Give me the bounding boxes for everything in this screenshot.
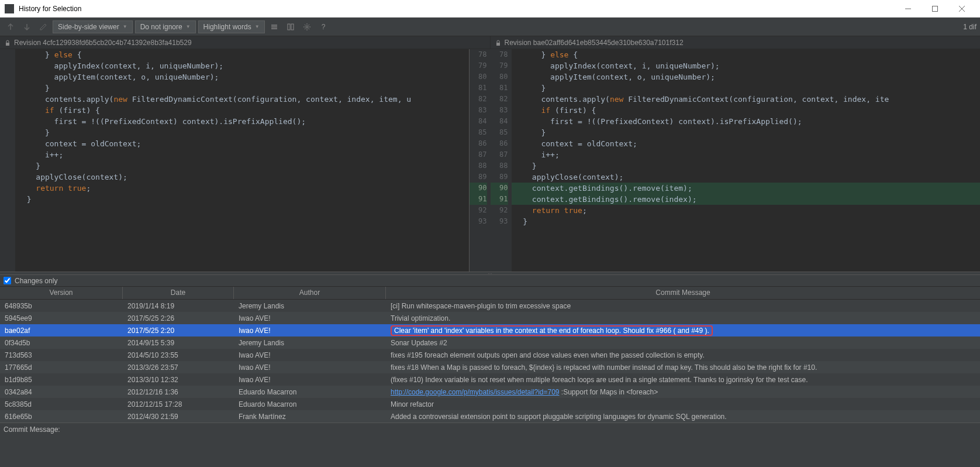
table-row[interactable]: 0f34d5b2014/9/15 5:39Jeremy LandisSonar … xyxy=(0,336,980,349)
cell-commit-message: (fixes #10) Index variable is not reset … xyxy=(386,376,980,384)
code-line[interactable]: } xyxy=(15,127,469,138)
code-line[interactable]: applyClose(context); xyxy=(15,171,469,183)
table-row[interactable]: 5c8385d2012/12/15 17:28Eduardo MacarronM… xyxy=(0,398,980,410)
cell-date: 2012/12/16 1:36 xyxy=(123,388,234,396)
viewer-mode-label: Side-by-side viewer xyxy=(58,23,119,31)
prev-diff-button[interactable] xyxy=(4,20,18,34)
code-line[interactable]: context.getBindings().remove(item); xyxy=(512,183,981,194)
code-line[interactable]: context.getBindings().remove(index); xyxy=(512,194,981,205)
changes-only-checkbox[interactable] xyxy=(4,277,11,284)
commit-link[interactable]: http://code.google.com/p/mybatis/issues/… xyxy=(391,388,560,396)
next-diff-button[interactable] xyxy=(20,20,34,34)
cell-date: 2014/9/15 5:39 xyxy=(123,339,234,347)
lock-icon xyxy=(495,40,501,46)
commit-table-header: Version Date Author Commit Message xyxy=(0,287,980,300)
code-line[interactable]: first = !((PrefixedContext) context).isP… xyxy=(512,116,981,127)
edit-diff-button[interactable] xyxy=(36,20,50,34)
svg-rect-1 xyxy=(933,6,938,11)
highlight-mode-dropdown[interactable]: Highlight words ▼ xyxy=(198,20,265,33)
cell-date: 2012/4/30 21:59 xyxy=(123,413,234,421)
code-line[interactable]: return true; xyxy=(15,183,469,194)
cell-version: 0342a84 xyxy=(0,388,123,396)
cell-date: 2014/5/10 23:55 xyxy=(123,351,234,359)
code-line[interactable]: return true; xyxy=(512,205,981,216)
code-line[interactable]: } xyxy=(15,160,469,171)
help-button[interactable]: ? xyxy=(316,20,330,34)
minimize-button[interactable] xyxy=(895,0,922,18)
cell-version: b1d9b85 xyxy=(0,376,123,384)
diff-toolbar: Side-by-side viewer ▼ Do not ignore ▼ Hi… xyxy=(0,18,980,36)
right-code[interactable]: } else { applyIndex(context, i, uniqueNu… xyxy=(512,49,981,272)
code-line[interactable]: first = !((PrefixedContext) context).isP… xyxy=(15,116,469,127)
chevron-down-icon: ▼ xyxy=(123,24,127,29)
col-date[interactable]: Date xyxy=(123,287,234,299)
ignore-mode-label: Do not ignore xyxy=(140,23,182,31)
diff-right-pane[interactable]: } else { applyIndex(context, i, uniqueNu… xyxy=(512,49,981,272)
svg-text:?: ? xyxy=(321,23,325,31)
code-line[interactable]: } xyxy=(512,83,981,94)
cell-version: 648935b xyxy=(0,302,123,310)
table-row[interactable]: 0342a842012/12/16 1:36Eduardo Macarronht… xyxy=(0,386,980,398)
line-numbers-right: 78798081828384858687888990919293 xyxy=(491,49,512,272)
col-version[interactable]: Version xyxy=(0,287,123,299)
svg-rect-8 xyxy=(6,43,9,46)
cell-author: Eduardo Macarron xyxy=(234,400,386,408)
line-numbers-left: 78798081828384858687888990919293 xyxy=(470,49,491,272)
collapse-unchanged-button[interactable] xyxy=(267,20,281,34)
cell-author: Iwao AVE! xyxy=(234,327,386,335)
cell-author: Iwao AVE! xyxy=(234,363,386,372)
code-line[interactable]: if (first) { xyxy=(15,105,469,116)
cell-commit-message: Minor refactor xyxy=(386,400,980,408)
code-line[interactable]: applyClose(context); xyxy=(512,171,981,183)
code-line[interactable]: applyItem(context, o, uniqueNumber); xyxy=(512,71,981,83)
code-line[interactable]: applyIndex(context, i, uniqueNumber); xyxy=(512,60,981,71)
code-line[interactable]: i++; xyxy=(512,149,981,160)
ignore-mode-dropdown[interactable]: Do not ignore ▼ xyxy=(135,20,196,33)
code-line[interactable]: if (first) { xyxy=(512,105,981,116)
table-row[interactable]: 177665d2013/3/26 23:57Iwao AVE!fixes #18… xyxy=(0,361,980,373)
code-line[interactable]: applyIndex(context, i, uniqueNumber); xyxy=(15,60,469,71)
table-row[interactable]: bae02af2017/5/25 2:20Iwao AVE!Clear 'ite… xyxy=(0,324,980,336)
code-line[interactable]: } xyxy=(512,160,981,171)
cell-author: Jeremy Landis xyxy=(234,302,386,310)
left-code[interactable]: } else { applyIndex(context, i, uniqueNu… xyxy=(15,49,469,272)
window-title: History for Selection xyxy=(19,5,81,13)
code-line[interactable]: contents.apply(new FilteredDynamicContex… xyxy=(15,94,469,105)
code-line[interactable]: context = oldContext; xyxy=(512,138,981,149)
changes-only-bar: Changes only xyxy=(0,275,980,287)
cell-author: Frank Martínez xyxy=(234,413,386,421)
cell-date: 2013/3/10 12:32 xyxy=(123,376,234,384)
table-row[interactable]: 5945ee92017/5/25 2:26Iwao AVE!Trivial op… xyxy=(0,312,980,324)
code-line[interactable]: context = oldContext; xyxy=(15,138,469,149)
code-line[interactable]: applyItem(context, o, uniqueNumber); xyxy=(15,71,469,83)
code-line[interactable]: } xyxy=(15,83,469,94)
cell-date: 2017/5/25 2:26 xyxy=(123,314,234,322)
status-bar: Commit Message: xyxy=(0,423,980,435)
code-line[interactable]: } else { xyxy=(15,49,469,60)
table-row[interactable]: 648935b2019/1/14 8:19Jeremy Landis[ci] R… xyxy=(0,300,980,312)
code-line[interactable]: } xyxy=(512,216,981,227)
viewer-mode-dropdown[interactable]: Side-by-side viewer ▼ xyxy=(53,20,133,33)
right-revision-label: Revision bae02aff6d641eb853445de310be630… xyxy=(505,39,684,47)
cell-date: 2012/12/15 17:28 xyxy=(123,400,234,408)
cell-author: Eduardo Macarron xyxy=(234,388,386,396)
diff-body: } else { applyIndex(context, i, uniqueNu… xyxy=(0,49,980,272)
code-line[interactable]: contents.apply(new FilteredDynamicContex… xyxy=(512,94,981,105)
table-row[interactable]: 616e65b2012/4/30 21:59Frank MartínezAdde… xyxy=(0,410,980,423)
cell-author: Iwao AVE! xyxy=(234,314,386,322)
close-button[interactable] xyxy=(948,0,975,18)
diff-left-pane[interactable]: } else { applyIndex(context, i, uniqueNu… xyxy=(0,49,470,272)
col-commit-message[interactable]: Commit Message xyxy=(386,287,980,299)
code-line[interactable]: } xyxy=(512,127,981,138)
maximize-button[interactable] xyxy=(922,0,948,18)
table-row[interactable]: b1d9b852013/3/10 12:32Iwao AVE!(fixes #1… xyxy=(0,373,980,386)
col-author[interactable]: Author xyxy=(234,287,386,299)
sync-scroll-button[interactable] xyxy=(284,20,298,34)
code-line[interactable]: } xyxy=(15,194,469,205)
table-row[interactable]: 713d5632014/5/10 23:55Iwao AVE!fixes #19… xyxy=(0,349,980,361)
svg-rect-9 xyxy=(496,43,500,46)
app-icon xyxy=(5,4,14,13)
settings-button[interactable] xyxy=(300,20,314,34)
code-line[interactable]: i++; xyxy=(15,149,469,160)
code-line[interactable]: } else { xyxy=(512,49,981,60)
